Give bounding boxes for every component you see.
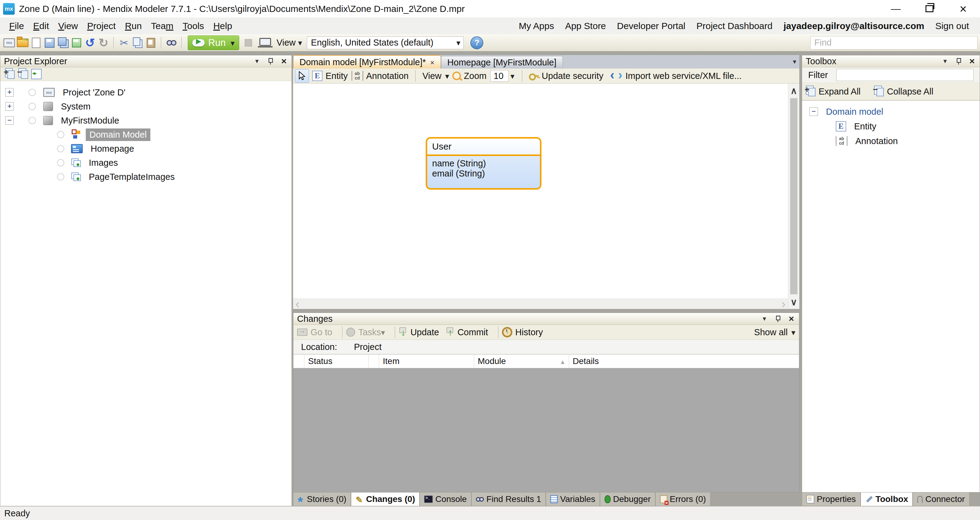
export-button[interactable] <box>70 36 83 49</box>
view-menu-button[interactable]: View <box>422 71 441 81</box>
expand-icon[interactable] <box>5 88 14 97</box>
collapse-all-button[interactable]: Collapse All <box>873 87 940 97</box>
tab-close-icon[interactable] <box>430 57 434 67</box>
menu-help[interactable]: Help <box>213 21 232 31</box>
menu-team[interactable]: Team <box>151 21 173 31</box>
tab-debugger[interactable]: Debugger <box>600 493 655 506</box>
save-button[interactable] <box>43 36 56 49</box>
new-document-button[interactable] <box>29 36 43 49</box>
menu-tools[interactable]: Tools <box>183 21 204 31</box>
update-button[interactable]: Update <box>399 327 439 338</box>
menu-view[interactable]: View <box>58 21 78 31</box>
panel-close-icon[interactable] <box>788 315 795 322</box>
tab-variables[interactable]: Variables <box>546 493 600 506</box>
changes-table-body[interactable] <box>293 368 799 492</box>
panel-menu-icon[interactable] <box>760 315 768 323</box>
pin-button[interactable] <box>955 57 963 65</box>
pin-button[interactable] <box>774 315 782 322</box>
locate-document-button[interactable] <box>30 67 43 81</box>
show-all-dropdown-icon[interactable] <box>791 327 795 338</box>
scroll-right-icon[interactable]: › <box>779 300 788 309</box>
undo-button[interactable] <box>83 36 97 49</box>
run-button[interactable]: Run <box>188 35 239 50</box>
save-all-button[interactable] <box>56 36 70 49</box>
link-project-dashboard[interactable]: Project Dashboard <box>697 21 772 31</box>
expand-all-button[interactable]: Expand All <box>805 87 867 97</box>
select-tool-button[interactable] <box>295 69 309 82</box>
toolbox-item-entity[interactable]: Entity <box>802 119 980 134</box>
tree-item-system[interactable]: System <box>0 100 291 114</box>
pin-button[interactable] <box>266 57 274 65</box>
annotation-tool-button[interactable]: Annotation <box>366 71 409 81</box>
menu-run[interactable]: Run <box>125 21 142 31</box>
zoom-value-combo[interactable]: 10 <box>490 70 509 82</box>
close-button[interactable] <box>946 0 980 17</box>
tree-item-project[interactable]: Project 'Zone D' <box>0 86 291 100</box>
cut-button[interactable] <box>117 36 131 49</box>
vertical-scrollbar[interactable] <box>788 84 799 309</box>
tab-console[interactable]: Console <box>420 493 471 506</box>
menu-project[interactable]: Project <box>87 21 116 31</box>
tree-item-pagetemplateimages[interactable]: PageTemplateImages <box>0 170 291 184</box>
tree-item-images[interactable]: Images <box>0 156 291 170</box>
tab-find-results[interactable]: Find Results 1 <box>471 493 546 506</box>
panel-close-icon[interactable] <box>280 57 288 65</box>
expand-icon[interactable] <box>5 102 14 111</box>
collapse-icon[interactable] <box>810 107 818 116</box>
scroll-left-icon[interactable]: ‹ <box>293 300 302 309</box>
expand-all-button[interactable] <box>3 67 16 81</box>
column-item[interactable]: Item <box>379 355 474 368</box>
find-input[interactable] <box>810 36 978 49</box>
view-dropdown-icon[interactable] <box>298 38 302 48</box>
redo-button[interactable] <box>97 36 110 49</box>
filter-input[interactable] <box>836 69 974 81</box>
menu-file[interactable]: File <box>9 21 24 31</box>
link-app-store[interactable]: App Store <box>565 21 606 31</box>
entity-user[interactable]: User name (String) email (String) <box>426 137 541 190</box>
view-menu-dropdown-icon[interactable] <box>445 71 449 81</box>
panel-menu-icon[interactable] <box>253 57 261 65</box>
tree-item-domain-model[interactable]: Domain Model <box>0 128 291 142</box>
find-button[interactable] <box>165 36 178 49</box>
domain-model-canvas[interactable]: User name (String) email (String) ‹ › <box>293 84 788 309</box>
tab-connector[interactable]: Connector <box>913 493 969 506</box>
view-button[interactable]: View <box>277 38 296 48</box>
toolbox-item-annotation[interactable]: Annotation <box>802 134 980 148</box>
tab-changes[interactable]: Changes (0) <box>351 493 420 506</box>
import-web-service-button[interactable]: Import web service/XML file... <box>625 71 741 81</box>
show-all-button[interactable]: Show all <box>751 327 795 338</box>
tab-toolbox[interactable]: Toolbox <box>861 493 913 506</box>
panel-close-icon[interactable] <box>968 57 976 65</box>
sign-out-link[interactable]: Sign out <box>935 21 969 31</box>
help-button[interactable] <box>470 36 483 49</box>
tab-properties[interactable]: Properties <box>802 493 861 506</box>
tab-errors[interactable]: Errors (0) <box>655 493 711 506</box>
history-button[interactable]: History <box>502 327 543 338</box>
column-details[interactable]: Details <box>569 355 799 368</box>
tree-item-homepage[interactable]: Homepage <box>0 142 291 156</box>
paste-button[interactable] <box>144 36 158 49</box>
scrollbar-thumb[interactable] <box>790 98 797 294</box>
entity-tool-button[interactable]: Entity <box>326 71 348 81</box>
scroll-up-icon[interactable] <box>788 84 799 98</box>
scroll-down-icon[interactable] <box>788 295 799 309</box>
tab-domain-model[interactable]: Domain model [MyFirstModule]* <box>293 55 441 68</box>
tab-list-dropdown-icon[interactable] <box>793 56 796 66</box>
link-my-apps[interactable]: My Apps <box>519 21 554 31</box>
tab-stories[interactable]: Stories (0) <box>293 493 351 506</box>
menu-edit[interactable]: Edit <box>33 21 49 31</box>
collapse-icon[interactable] <box>5 116 14 125</box>
link-developer-portal[interactable]: Developer Portal <box>617 21 686 31</box>
restore-button[interactable] <box>913 0 946 17</box>
panel-menu-icon[interactable] <box>941 57 949 65</box>
tree-item-myfirstmodule[interactable]: MyFirstModule <box>0 114 291 128</box>
tab-homepage[interactable]: Homepage [MyFirstModule] <box>441 56 563 68</box>
horizontal-scrollbar[interactable]: ‹ › <box>293 298 788 309</box>
toolbox-group-domain-model[interactable]: Domain model <box>802 104 980 119</box>
mendix-doc-button[interactable] <box>2 36 16 49</box>
update-security-button[interactable]: Update security <box>542 71 604 81</box>
language-select[interactable]: English, United States (default) <box>307 36 464 49</box>
minimize-button[interactable] <box>879 0 913 17</box>
collapse-all-button[interactable] <box>16 67 30 81</box>
zoom-dropdown-icon[interactable] <box>511 71 514 81</box>
